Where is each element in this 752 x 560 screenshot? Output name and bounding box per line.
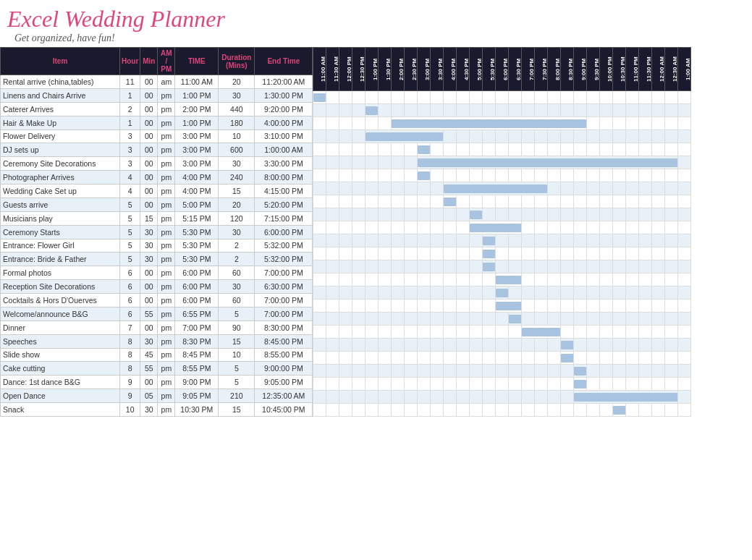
gantt-col-header: 4:00 PM xyxy=(444,48,457,91)
gantt-cell xyxy=(639,169,652,182)
gantt-cell xyxy=(352,378,366,391)
gantt-cell xyxy=(326,182,339,195)
gantt-cell xyxy=(678,273,691,287)
gantt-cell xyxy=(600,91,613,104)
gantt-cell xyxy=(496,339,509,352)
gantt-cell xyxy=(613,404,626,417)
gantt-cell xyxy=(600,117,613,130)
gantt-col-header: 3:30 PM xyxy=(431,48,444,91)
gantt-cell xyxy=(392,287,405,300)
gantt-cell xyxy=(352,365,366,378)
gantt-cell xyxy=(639,365,652,378)
gantt-cell xyxy=(613,247,626,260)
gantt-cell xyxy=(431,104,444,117)
gantt-cell xyxy=(665,143,678,156)
table-row: Slide show845pm8:45 PM108:55:00 PM xyxy=(1,348,313,362)
gantt-cell xyxy=(431,391,444,404)
gantt-cell xyxy=(613,234,626,247)
gantt-cell xyxy=(626,313,639,326)
gantt-cell xyxy=(352,404,366,417)
gantt-cell xyxy=(457,326,470,339)
gantt-cell xyxy=(626,273,639,287)
gantt-cell xyxy=(366,208,379,221)
gantt-cell xyxy=(431,247,444,260)
gantt-cell xyxy=(522,339,535,352)
gantt-cell xyxy=(483,195,496,208)
gantt-cell xyxy=(561,234,574,247)
gantt-cell xyxy=(561,287,574,300)
gantt-cell xyxy=(496,391,509,404)
gantt-cell xyxy=(678,300,691,313)
gantt-cell xyxy=(366,339,379,352)
gantt-cell xyxy=(483,365,496,378)
gantt-cell xyxy=(470,208,483,221)
gantt-cell xyxy=(652,91,665,104)
gantt-cell xyxy=(587,169,600,182)
gantt-cell xyxy=(457,208,470,221)
gantt-row xyxy=(313,273,691,287)
gantt-cell xyxy=(418,273,431,287)
gantt-cell xyxy=(366,234,379,247)
gantt-cell xyxy=(574,273,587,287)
gantt-cell xyxy=(535,208,548,221)
gantt-row xyxy=(313,104,691,117)
gantt-cell xyxy=(313,391,326,404)
gantt-row xyxy=(313,117,691,130)
gantt-cell xyxy=(496,352,509,365)
gantt-cell xyxy=(561,247,574,260)
gantt-cell xyxy=(470,300,483,313)
gantt-cell xyxy=(587,234,600,247)
gantt-cell xyxy=(678,260,691,273)
gantt-cell xyxy=(574,287,587,300)
gantt-cell xyxy=(418,221,431,234)
gantt-cell xyxy=(366,169,379,182)
gantt-cell xyxy=(561,182,574,195)
gantt-cell xyxy=(483,234,496,247)
table-row: Ceremony Site Decorations300pm3:00 PM303… xyxy=(1,157,313,171)
gantt-cell xyxy=(366,195,379,208)
gantt-cell xyxy=(405,404,418,417)
gantt-cell xyxy=(366,156,379,169)
gantt-col-header: 11:00 AM xyxy=(313,48,326,91)
table-row: Entrance: Bride & Father530pm5:30 PM25:3… xyxy=(1,253,313,266)
gantt-cell xyxy=(600,182,613,195)
gantt-cell xyxy=(313,208,326,221)
gantt-cell xyxy=(509,143,522,156)
gantt-cell xyxy=(352,326,366,339)
table-row: Guests arrive500pm5:00 PM205:20:00 PM xyxy=(1,198,313,211)
table-row: Rental arrive (china,tables)1100am11:00 … xyxy=(1,75,313,89)
gantt-cell xyxy=(366,130,444,143)
gantt-cell xyxy=(509,260,522,273)
gantt-cell xyxy=(431,365,444,378)
gantt-cell xyxy=(366,313,379,326)
gantt-cell xyxy=(444,365,457,378)
gantt-cell xyxy=(379,273,392,287)
gantt-col-header: 12:30 PM xyxy=(352,48,366,91)
gantt-cell xyxy=(548,143,561,156)
gantt-cell xyxy=(678,339,691,352)
gantt-cell xyxy=(561,143,574,156)
gantt-cell xyxy=(509,365,522,378)
gantt-bar xyxy=(313,93,326,102)
gantt-cell xyxy=(535,365,548,378)
gantt-cell xyxy=(535,300,548,313)
gantt-cell xyxy=(496,195,509,208)
gantt-cell xyxy=(639,182,652,195)
gantt-cell xyxy=(496,365,509,378)
gantt-cell xyxy=(509,208,522,221)
gantt-cell xyxy=(522,221,535,234)
gantt-cell xyxy=(444,169,457,182)
gantt-cell xyxy=(522,313,535,326)
gantt-cell xyxy=(587,91,600,104)
gantt-cell xyxy=(587,313,600,326)
gantt-cell xyxy=(457,378,470,391)
gantt-cell xyxy=(326,404,339,417)
gantt-cell xyxy=(548,91,561,104)
gantt-cell xyxy=(600,352,613,365)
gantt-cell xyxy=(535,234,548,247)
gantt-cell xyxy=(652,104,665,117)
gantt-cell xyxy=(352,195,366,208)
gantt-cell xyxy=(457,91,470,104)
gantt-cell xyxy=(678,234,691,247)
header: Excel Wedding Planner Get organized, hav… xyxy=(0,0,752,47)
